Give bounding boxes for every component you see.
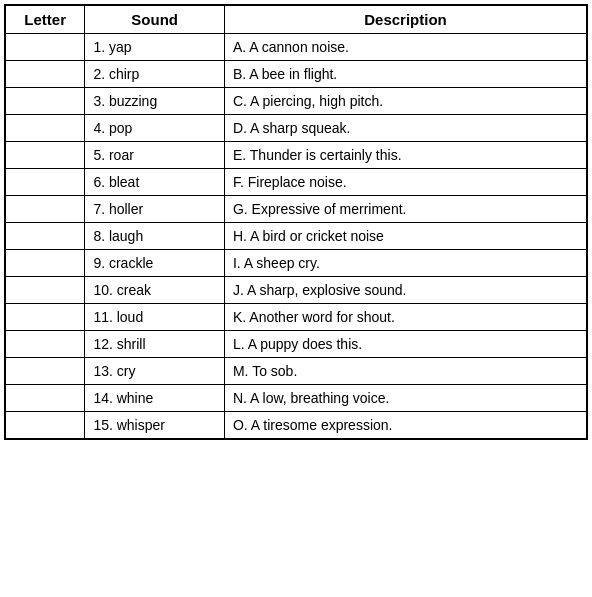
cell-letter — [5, 169, 85, 196]
cell-letter — [5, 61, 85, 88]
cell-sound: 13. cry — [85, 358, 225, 385]
table-row: 8. laughH. A bird or cricket noise — [5, 223, 587, 250]
cell-description: A. A cannon noise. — [224, 34, 587, 61]
cell-letter — [5, 34, 85, 61]
cell-sound: 15. whisper — [85, 412, 225, 440]
cell-description: C. A piercing, high pitch. — [224, 88, 587, 115]
cell-sound: 12. shrill — [85, 331, 225, 358]
table-row: 9. crackleI. A sheep cry. — [5, 250, 587, 277]
cell-letter — [5, 115, 85, 142]
cell-description: H. A bird or cricket noise — [224, 223, 587, 250]
cell-description: K. Another word for shout. — [224, 304, 587, 331]
cell-letter — [5, 88, 85, 115]
cell-sound: 3. buzzing — [85, 88, 225, 115]
table-row: 1. yapA. A cannon noise. — [5, 34, 587, 61]
cell-description: E. Thunder is certainly this. — [224, 142, 587, 169]
cell-letter — [5, 196, 85, 223]
table-row: 14. whineN. A low, breathing voice. — [5, 385, 587, 412]
table-row: 6. bleatF. Fireplace noise. — [5, 169, 587, 196]
cell-sound: 1. yap — [85, 34, 225, 61]
table-row: 7. hollerG. Expressive of merriment. — [5, 196, 587, 223]
cell-description: G. Expressive of merriment. — [224, 196, 587, 223]
table-row: 13. cryM. To sob. — [5, 358, 587, 385]
table-row: 15. whisperO. A tiresome expression. — [5, 412, 587, 440]
cell-description: J. A sharp, explosive sound. — [224, 277, 587, 304]
cell-letter — [5, 142, 85, 169]
table-row: 4. popD. A sharp squeak. — [5, 115, 587, 142]
table-row: 11. loudK. Another word for shout. — [5, 304, 587, 331]
table-row: 5. roarE. Thunder is certainly this. — [5, 142, 587, 169]
cell-letter — [5, 385, 85, 412]
matching-table: Letter Sound Description 1. yapA. A cann… — [4, 4, 588, 440]
cell-description: L. A puppy does this. — [224, 331, 587, 358]
table-row: 10. creakJ. A sharp, explosive sound. — [5, 277, 587, 304]
cell-sound: 10. creak — [85, 277, 225, 304]
header-letter: Letter — [5, 5, 85, 34]
cell-letter — [5, 304, 85, 331]
cell-letter — [5, 250, 85, 277]
cell-letter — [5, 331, 85, 358]
cell-sound: 11. loud — [85, 304, 225, 331]
cell-description: N. A low, breathing voice. — [224, 385, 587, 412]
cell-description: B. A bee in flight. — [224, 61, 587, 88]
header-sound: Sound — [85, 5, 225, 34]
cell-description: M. To sob. — [224, 358, 587, 385]
cell-sound: 7. holler — [85, 196, 225, 223]
cell-description: I. A sheep cry. — [224, 250, 587, 277]
cell-sound: 8. laugh — [85, 223, 225, 250]
cell-letter — [5, 412, 85, 440]
table-row: 3. buzzingC. A piercing, high pitch. — [5, 88, 587, 115]
cell-sound: 2. chirp — [85, 61, 225, 88]
table-row: 12. shrillL. A puppy does this. — [5, 331, 587, 358]
cell-letter — [5, 277, 85, 304]
cell-description: D. A sharp squeak. — [224, 115, 587, 142]
cell-sound: 9. crackle — [85, 250, 225, 277]
cell-description: O. A tiresome expression. — [224, 412, 587, 440]
table-row: 2. chirpB. A bee in flight. — [5, 61, 587, 88]
header-description: Description — [224, 5, 587, 34]
cell-sound: 5. roar — [85, 142, 225, 169]
cell-sound: 6. bleat — [85, 169, 225, 196]
cell-sound: 14. whine — [85, 385, 225, 412]
cell-letter — [5, 223, 85, 250]
cell-sound: 4. pop — [85, 115, 225, 142]
cell-letter — [5, 358, 85, 385]
cell-description: F. Fireplace noise. — [224, 169, 587, 196]
